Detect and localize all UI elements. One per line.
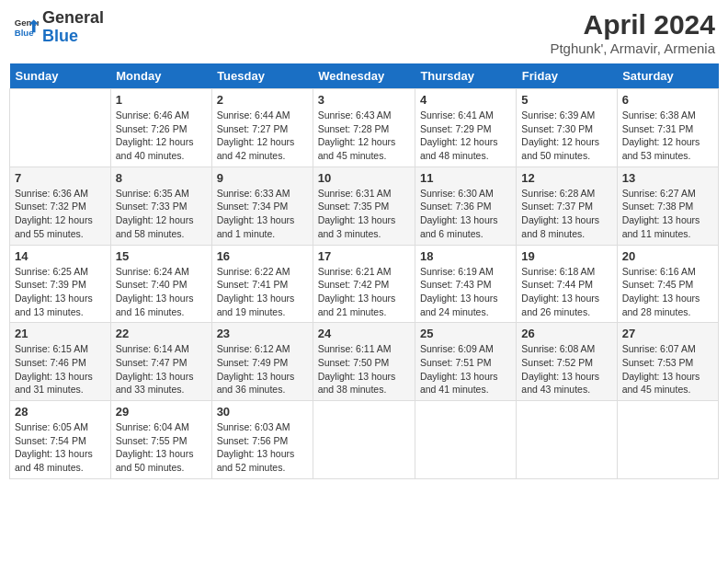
week-row-4: 28Sunrise: 6:05 AM Sunset: 7:54 PM Dayli…: [10, 401, 719, 479]
day-number: 16: [217, 249, 308, 263]
cell-content: Sunrise: 6:16 AM Sunset: 7:45 PM Dayligh…: [622, 265, 713, 319]
calendar-cell: 19Sunrise: 6:18 AM Sunset: 7:44 PM Dayli…: [517, 245, 617, 323]
calendar-cell: 25Sunrise: 6:09 AM Sunset: 7:51 PM Dayli…: [415, 323, 516, 401]
day-number: 22: [116, 327, 207, 340]
calendar-cell: 30Sunrise: 6:03 AM Sunset: 7:56 PM Dayli…: [211, 401, 313, 479]
cell-content: Sunrise: 6:22 AM Sunset: 7:41 PM Dayligh…: [217, 265, 308, 319]
day-number: 8: [116, 171, 207, 185]
calendar-cell: 17Sunrise: 6:21 AM Sunset: 7:42 PM Dayli…: [313, 245, 415, 323]
cell-content: Sunrise: 6:38 AM Sunset: 7:31 PM Dayligh…: [622, 109, 713, 163]
cell-content: Sunrise: 6:41 AM Sunset: 7:29 PM Dayligh…: [420, 109, 511, 163]
calendar-cell: [617, 401, 718, 479]
calendar-cell: 27Sunrise: 6:07 AM Sunset: 7:53 PM Dayli…: [617, 323, 718, 401]
day-number: 7: [15, 171, 106, 185]
calendar-cell: 16Sunrise: 6:22 AM Sunset: 7:41 PM Dayli…: [211, 245, 313, 323]
day-number: 21: [15, 327, 106, 340]
calendar-cell: 23Sunrise: 6:12 AM Sunset: 7:49 PM Dayli…: [211, 323, 313, 401]
day-number: 2: [217, 93, 308, 107]
calendar-cell: 4Sunrise: 6:41 AM Sunset: 7:29 PM Daylig…: [415, 89, 516, 167]
calendar-cell: 3Sunrise: 6:43 AM Sunset: 7:28 PM Daylig…: [313, 89, 415, 167]
cell-content: Sunrise: 6:21 AM Sunset: 7:42 PM Dayligh…: [318, 265, 410, 319]
col-header-monday: Monday: [110, 63, 211, 89]
day-number: 25: [420, 327, 511, 340]
calendar-cell: 7Sunrise: 6:36 AM Sunset: 7:32 PM Daylig…: [10, 167, 111, 245]
day-number: 12: [521, 171, 611, 185]
day-number: 29: [116, 405, 207, 419]
cell-content: Sunrise: 6:28 AM Sunset: 7:37 PM Dayligh…: [521, 187, 611, 241]
cell-content: Sunrise: 6:03 AM Sunset: 7:56 PM Dayligh…: [217, 420, 308, 475]
calendar-cell: 10Sunrise: 6:31 AM Sunset: 7:35 PM Dayli…: [313, 167, 415, 245]
calendar-cell: [10, 89, 111, 167]
col-header-wednesday: Wednesday: [313, 63, 415, 89]
cell-content: Sunrise: 6:36 AM Sunset: 7:32 PM Dayligh…: [15, 187, 106, 241]
main-title: April 2024: [550, 9, 715, 40]
calendar-cell: 1Sunrise: 6:46 AM Sunset: 7:26 PM Daylig…: [110, 89, 211, 167]
col-header-friday: Friday: [517, 63, 617, 89]
day-number: 20: [622, 249, 713, 263]
day-number: 4: [420, 93, 511, 107]
day-number: 28: [15, 405, 106, 419]
calendar-cell: [517, 401, 617, 479]
calendar-cell: 18Sunrise: 6:19 AM Sunset: 7:43 PM Dayli…: [415, 245, 516, 323]
cell-content: Sunrise: 6:11 AM Sunset: 7:50 PM Dayligh…: [318, 342, 410, 396]
calendar-cell: 24Sunrise: 6:11 AM Sunset: 7:50 PM Dayli…: [313, 323, 415, 401]
cell-content: Sunrise: 6:09 AM Sunset: 7:51 PM Dayligh…: [420, 342, 511, 396]
day-number: 17: [318, 249, 410, 263]
cell-content: Sunrise: 6:18 AM Sunset: 7:44 PM Dayligh…: [521, 265, 611, 319]
day-number: 26: [521, 327, 611, 340]
title-block: April 2024 Ptghunk', Armavir, Armenia: [550, 9, 715, 56]
calendar-cell: 12Sunrise: 6:28 AM Sunset: 7:37 PM Dayli…: [517, 167, 617, 245]
calendar-cell: [313, 401, 415, 479]
cell-content: Sunrise: 6:30 AM Sunset: 7:36 PM Dayligh…: [420, 187, 511, 241]
week-row-3: 21Sunrise: 6:15 AM Sunset: 7:46 PM Dayli…: [10, 323, 719, 401]
cell-content: Sunrise: 6:43 AM Sunset: 7:28 PM Dayligh…: [318, 109, 410, 163]
col-header-thursday: Thursday: [415, 63, 516, 89]
cell-content: Sunrise: 6:04 AM Sunset: 7:55 PM Dayligh…: [116, 420, 207, 475]
cell-content: Sunrise: 6:14 AM Sunset: 7:47 PM Dayligh…: [116, 342, 207, 396]
calendar-cell: 9Sunrise: 6:33 AM Sunset: 7:34 PM Daylig…: [211, 167, 313, 245]
week-row-2: 14Sunrise: 6:25 AM Sunset: 7:39 PM Dayli…: [10, 245, 719, 323]
cell-content: Sunrise: 6:15 AM Sunset: 7:46 PM Dayligh…: [15, 342, 106, 396]
week-row-1: 7Sunrise: 6:36 AM Sunset: 7:32 PM Daylig…: [10, 167, 719, 245]
day-number: 5: [521, 93, 611, 107]
calendar-cell: 14Sunrise: 6:25 AM Sunset: 7:39 PM Dayli…: [10, 245, 111, 323]
day-number: 30: [217, 405, 308, 419]
day-number: 9: [217, 171, 308, 185]
calendar-cell: 5Sunrise: 6:39 AM Sunset: 7:30 PM Daylig…: [517, 89, 617, 167]
cell-content: Sunrise: 6:05 AM Sunset: 7:54 PM Dayligh…: [15, 420, 106, 475]
calendar-cell: [415, 401, 516, 479]
calendar-cell: 26Sunrise: 6:08 AM Sunset: 7:52 PM Dayli…: [517, 323, 617, 401]
cell-content: Sunrise: 6:24 AM Sunset: 7:40 PM Dayligh…: [116, 265, 207, 319]
svg-text:Blue: Blue: [15, 28, 34, 38]
day-number: 13: [622, 171, 713, 185]
calendar-cell: 13Sunrise: 6:27 AM Sunset: 7:38 PM Dayli…: [617, 167, 718, 245]
cell-content: Sunrise: 6:33 AM Sunset: 7:34 PM Dayligh…: [217, 187, 308, 241]
calendar-cell: 21Sunrise: 6:15 AM Sunset: 7:46 PM Dayli…: [10, 323, 111, 401]
cell-content: Sunrise: 6:08 AM Sunset: 7:52 PM Dayligh…: [521, 342, 611, 396]
page-header: General Blue General Blue April 2024 Ptg…: [9, 9, 719, 56]
col-header-sunday: Sunday: [10, 63, 111, 89]
cell-content: Sunrise: 6:39 AM Sunset: 7:30 PM Dayligh…: [521, 109, 611, 163]
cell-content: Sunrise: 6:19 AM Sunset: 7:43 PM Dayligh…: [420, 265, 511, 319]
day-number: 24: [318, 327, 410, 340]
cell-content: Sunrise: 6:12 AM Sunset: 7:49 PM Dayligh…: [217, 342, 308, 396]
cell-content: Sunrise: 6:25 AM Sunset: 7:39 PM Dayligh…: [15, 265, 106, 319]
day-number: 1: [116, 93, 207, 107]
day-number: 15: [116, 249, 207, 263]
day-number: 23: [217, 327, 308, 340]
day-number: 19: [521, 249, 611, 263]
calendar-cell: 15Sunrise: 6:24 AM Sunset: 7:40 PM Dayli…: [110, 245, 211, 323]
cell-content: Sunrise: 6:44 AM Sunset: 7:27 PM Dayligh…: [217, 109, 308, 163]
day-number: 11: [420, 171, 511, 185]
calendar-table: SundayMondayTuesdayWednesdayThursdayFrid…: [9, 63, 719, 479]
cell-content: Sunrise: 6:31 AM Sunset: 7:35 PM Dayligh…: [318, 187, 410, 241]
cell-content: Sunrise: 6:46 AM Sunset: 7:26 PM Dayligh…: [116, 109, 207, 163]
calendar-cell: 22Sunrise: 6:14 AM Sunset: 7:47 PM Dayli…: [110, 323, 211, 401]
col-header-tuesday: Tuesday: [211, 63, 313, 89]
col-header-saturday: Saturday: [617, 63, 718, 89]
day-number: 14: [15, 249, 106, 263]
day-number: 27: [622, 327, 713, 340]
calendar-cell: 2Sunrise: 6:44 AM Sunset: 7:27 PM Daylig…: [211, 89, 313, 167]
day-number: 10: [318, 171, 410, 185]
cell-content: Sunrise: 6:07 AM Sunset: 7:53 PM Dayligh…: [622, 342, 713, 396]
